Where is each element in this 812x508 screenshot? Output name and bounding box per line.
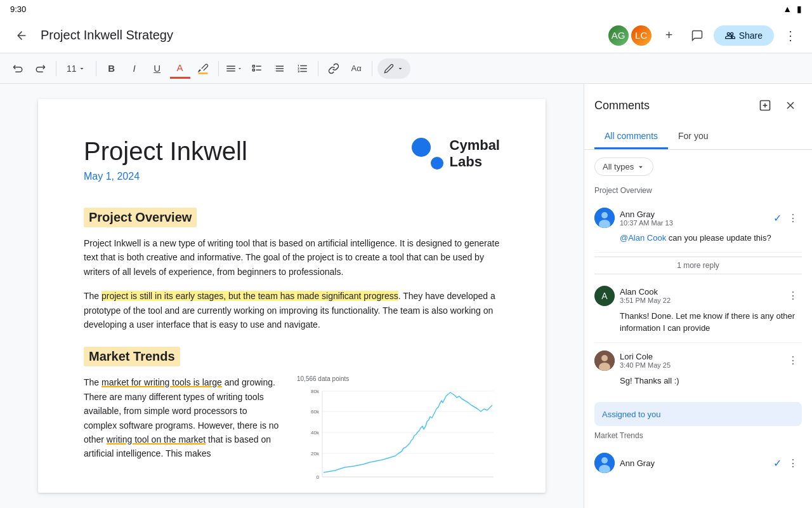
- more-options-button[interactable]: ⋮: [779, 24, 802, 47]
- align-button[interactable]: [224, 58, 244, 79]
- comments-tabs: All comments For you: [584, 124, 812, 150]
- bullet-list-button[interactable]: [270, 58, 290, 79]
- comment-author-lori-name: Lori Cole: [620, 352, 671, 361]
- avatar-ann-gray-2: [594, 453, 615, 473]
- comment-meta-alan: Alan Cook 3:51 PM May 22: [620, 287, 671, 304]
- numbered-list-button[interactable]: [292, 58, 313, 79]
- toolbar-divider-5: [372, 61, 372, 76]
- svg-text:20k: 20k: [311, 451, 320, 457]
- cymbal-logo-circles: [412, 138, 443, 170]
- project-overview-section: Project Overview Project Inkwell is a ne…: [84, 208, 500, 331]
- svg-text:80k: 80k: [311, 389, 320, 394]
- market-chart: 80k 60k 40k 20k 0: [297, 385, 500, 486]
- share-button[interactable]: Share: [714, 25, 774, 46]
- toolbar-divider-1: [56, 61, 56, 76]
- tab-for-you[interactable]: For you: [668, 124, 718, 149]
- assigned-to-you-section: Assigned to you: [594, 402, 802, 426]
- comment-body-lori: Sg! Thanks all :): [594, 375, 802, 387]
- highlight-button[interactable]: [193, 58, 213, 79]
- back-button[interactable]: [10, 24, 33, 47]
- svg-text:0: 0: [317, 474, 320, 480]
- market-highlight-2: writing tool on the market: [107, 434, 206, 444]
- document-page: Project Inkwell May 1, 2024 Cymbal Labs: [38, 99, 546, 493]
- toolbar-divider-4: [318, 61, 318, 76]
- comment-actions-ann: ✓ ⋮: [773, 209, 802, 227]
- market-trends-heading: Market Trends: [84, 347, 180, 366]
- comment-author-ann-2-name: Ann Gray: [620, 458, 655, 468]
- comment-more-button-ann[interactable]: ⋮: [784, 209, 802, 227]
- comment-meta-ann-2: Ann Gray: [620, 458, 655, 468]
- wifi-icon: ▲: [783, 4, 792, 14]
- text-format-button[interactable]: Aα: [346, 58, 367, 79]
- time: 9:30: [10, 4, 26, 14]
- comment-time-alan: 3:51 PM May 22: [620, 297, 671, 304]
- comment-thread-1: Ann Gray 10:37 AM Mar 13 ✓ ⋮ @Alan Cook …: [594, 200, 802, 394]
- comment-item-lori-cole: Lori Cole 3:40 PM May 25 ⋮ Sg! Thanks al…: [594, 343, 802, 395]
- avatar-2[interactable]: LC: [630, 24, 653, 47]
- svg-rect-1: [252, 65, 254, 67]
- market-paragraph-1: The market for writing tools is large an…: [84, 375, 282, 460]
- comment-time-ann: 10:37 AM Mar 13: [620, 219, 673, 227]
- underline-button[interactable]: U: [147, 58, 167, 79]
- tab-all-comments[interactable]: All comments: [594, 124, 668, 149]
- comment-author-ann-name: Ann Gray: [620, 210, 673, 219]
- resolve-icon[interactable]: ✓: [773, 212, 782, 224]
- assigned-label: Assigned to you: [602, 410, 661, 419]
- market-text: The market for writing tools is large an…: [84, 375, 282, 471]
- cymbal-circle-small: [431, 157, 443, 170]
- paragraph-2-highlight: project is still in its early stages, bu…: [102, 291, 398, 301]
- comments-list[interactable]: Project Overview: [584, 184, 812, 508]
- add-comment-button[interactable]: [754, 94, 776, 117]
- comment-more-button-lori[interactable]: ⋮: [784, 352, 802, 370]
- font-size-selector[interactable]: 11: [62, 61, 91, 76]
- filter-all-types-button[interactable]: All types: [594, 157, 653, 176]
- undo-button[interactable]: [8, 58, 28, 79]
- toolbar-divider-2: [96, 61, 96, 76]
- main-content: Project Inkwell May 1, 2024 Cymbal Labs: [0, 84, 812, 508]
- svg-point-26: [601, 355, 608, 361]
- comment-body-alan: Thanks! Done. Let me know if there is an…: [594, 310, 802, 335]
- document-main-title: Project Inkwell: [84, 137, 247, 166]
- paragraph-2-start: The: [84, 291, 102, 301]
- svg-point-29: [601, 457, 608, 464]
- resolve-icon-2[interactable]: ✓: [773, 457, 782, 469]
- comments-header: Comments: [584, 84, 812, 117]
- cymbal-name: Cymbal Labs: [450, 137, 500, 171]
- comment-thread-market: Ann Gray ✓ ⋮: [594, 445, 802, 485]
- cymbal-circle-large: [412, 138, 431, 157]
- comment-more-button-ann-2[interactable]: ⋮: [784, 454, 802, 472]
- avatar-1[interactable]: AG: [607, 24, 630, 47]
- comment-icon-button[interactable]: [686, 24, 709, 47]
- pencil-button[interactable]: [377, 58, 410, 79]
- bold-button[interactable]: B: [102, 58, 122, 79]
- comment-more-button-alan[interactable]: ⋮: [784, 287, 802, 305]
- comment-body-ann: @Alan Cook can you please update this?: [594, 232, 802, 244]
- comment-header-ann: Ann Gray 10:37 AM Mar 13 ✓ ⋮: [594, 208, 802, 228]
- close-comments-button[interactable]: [779, 94, 802, 117]
- comment-header-lori: Lori Cole 3:40 PM May 25 ⋮: [594, 351, 802, 371]
- share-label: Share: [739, 30, 763, 41]
- comments-filters: All types: [584, 150, 812, 184]
- font-color-button[interactable]: A: [170, 58, 190, 79]
- redo-button[interactable]: [30, 58, 51, 79]
- market-trends-comment-label: Market Trends: [594, 431, 802, 440]
- avatar-alan-cook: A: [594, 286, 615, 306]
- document-area[interactable]: Project Inkwell May 1, 2024 Cymbal Labs: [0, 84, 584, 508]
- toolbar-divider-3: [218, 61, 219, 76]
- svg-text:40k: 40k: [311, 430, 320, 436]
- comment-author-info-ann-2: Ann Gray: [594, 453, 655, 473]
- comment-body-text: can you please update this?: [669, 233, 771, 243]
- add-collaborator-button[interactable]: +: [658, 24, 681, 47]
- checklist-button[interactable]: [247, 58, 267, 79]
- market-trends-section: Market Trends The market for writing too…: [84, 347, 500, 489]
- document-header: Project Inkwell May 1, 2024 Cymbal Labs: [84, 137, 500, 182]
- svg-text:60k: 60k: [311, 409, 320, 415]
- battery-icon: ▮: [797, 4, 802, 14]
- more-replies-link[interactable]: 1 more reply: [594, 253, 802, 278]
- comment-actions-ann-2: ✓ ⋮: [773, 454, 802, 472]
- chart-label: 10,566 data points: [297, 375, 500, 382]
- italic-button[interactable]: I: [124, 58, 145, 79]
- link-button[interactable]: [324, 58, 344, 79]
- comment-author-info-ann: Ann Gray 10:37 AM Mar 13: [594, 208, 673, 228]
- svg-rect-3: [252, 69, 254, 70]
